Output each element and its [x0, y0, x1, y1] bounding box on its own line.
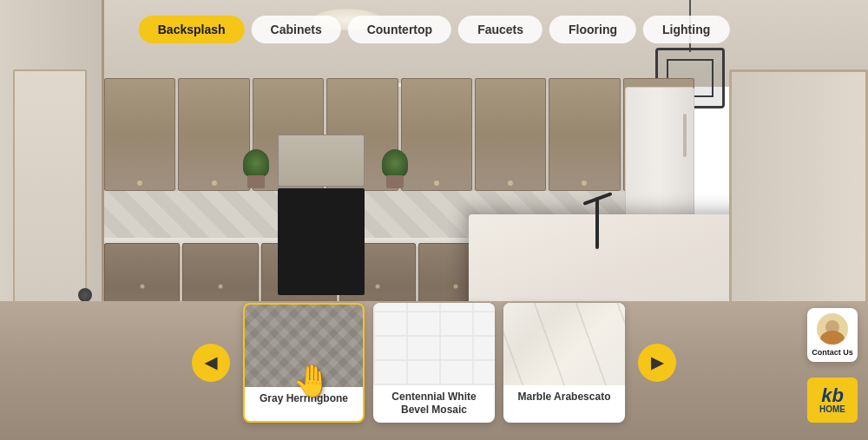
- tile-label-marble: Marble Arabescato: [503, 385, 625, 410]
- tab-backsplash[interactable]: Backsplash: [139, 16, 245, 43]
- faucet: [595, 197, 599, 249]
- next-tile-button[interactable]: ▶: [638, 344, 676, 382]
- contact-us-label: Contact Us: [811, 348, 854, 357]
- kb-home-logo: kb HOME: [807, 378, 858, 423]
- category-navigation: Backsplash Cabinets Countertop Faucets F…: [139, 16, 730, 43]
- tile-image-marble: [503, 303, 625, 385]
- tab-faucets[interactable]: Faucets: [458, 16, 542, 43]
- tab-countertop[interactable]: Countertop: [348, 16, 451, 43]
- prev-tile-button[interactable]: ◀: [192, 344, 230, 382]
- microwave: [278, 135, 365, 187]
- tile-card-white-bevel[interactable]: Centennial White Bevel Mosaic: [373, 303, 495, 423]
- tile-card-gray-herringbone[interactable]: Gray Herringbone 🤚: [243, 303, 365, 423]
- tab-flooring[interactable]: Flooring: [549, 16, 636, 43]
- tile-label-bevel: Centennial White Bevel Mosaic: [373, 385, 495, 423]
- tab-cabinets[interactable]: Cabinets: [252, 16, 341, 43]
- kb-home-text: HOME: [819, 405, 845, 414]
- tile-selector: ◀ Gray Herringbone 🤚 Centennial White Be…: [192, 303, 676, 423]
- tile-card-marble[interactable]: Marble Arabescato: [503, 303, 625, 423]
- contact-avatar: [817, 313, 848, 345]
- hand-cursor-icon: 🤚: [293, 363, 332, 399]
- contact-us-button[interactable]: Contact Us: [807, 308, 858, 362]
- tile-cards: Gray Herringbone 🤚 Centennial White Beve…: [243, 303, 625, 423]
- stove: [278, 195, 365, 295]
- plant-left: [243, 149, 269, 188]
- tab-lighting[interactable]: Lighting: [643, 16, 729, 43]
- kb-brand-text: kb: [819, 386, 845, 405]
- plant-right: [382, 149, 408, 188]
- tile-image-bevel: [373, 303, 495, 385]
